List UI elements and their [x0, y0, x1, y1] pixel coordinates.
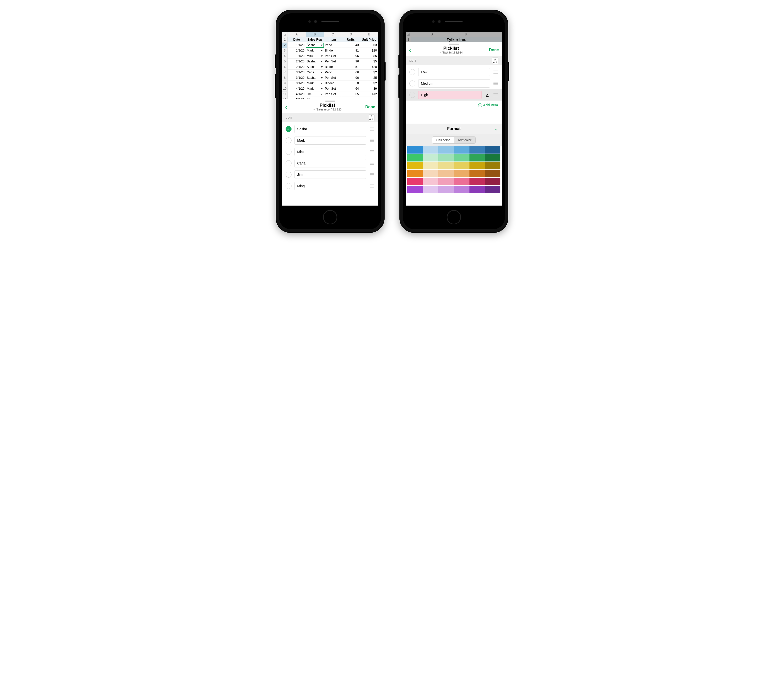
- drag-grip-icon[interactable]: [369, 185, 375, 188]
- back-button[interactable]: ‹: [409, 46, 416, 54]
- item-input[interactable]: Medium: [418, 79, 490, 88]
- column-header[interactable]: A: [288, 32, 306, 37]
- cell-dropdown[interactable]: Mark: [306, 48, 324, 53]
- back-button[interactable]: ‹: [285, 103, 293, 111]
- row-header[interactable]: 5: [282, 59, 288, 64]
- cell[interactable]: 96: [342, 53, 360, 59]
- color-swatch[interactable]: [438, 170, 454, 177]
- cell[interactable]: 64: [342, 86, 360, 91]
- row-header[interactable]: 9: [282, 81, 288, 86]
- cell[interactable]: 2/1/20: [288, 59, 306, 64]
- item-input[interactable]: Carla: [295, 159, 366, 167]
- panel-range[interactable]: 'Task list'.B3:B14: [416, 51, 486, 54]
- item-input[interactable]: Low: [418, 68, 490, 76]
- color-swatch[interactable]: [485, 170, 501, 177]
- color-swatch[interactable]: [423, 178, 438, 185]
- drag-grip-icon[interactable]: [369, 162, 375, 165]
- cell-dropdown[interactable]: Sasha: [306, 43, 324, 48]
- color-swatch[interactable]: [438, 146, 454, 154]
- done-button[interactable]: Done: [486, 48, 499, 52]
- cell[interactable]: Pencil: [324, 43, 342, 48]
- cell[interactable]: $5: [360, 75, 378, 81]
- cell-dropdown[interactable]: Sasha: [306, 64, 324, 69]
- seg-text-color[interactable]: Text color: [454, 137, 475, 144]
- column-header[interactable]: D: [342, 32, 360, 37]
- radio-button[interactable]: [409, 92, 415, 98]
- cell[interactable]: Binder: [324, 64, 342, 69]
- radio-button[interactable]: ✓: [286, 126, 292, 132]
- item-input[interactable]: Mick: [295, 148, 366, 156]
- column-header[interactable]: E: [360, 32, 378, 37]
- item-input[interactable]: High: [418, 91, 482, 99]
- color-swatch[interactable]: [423, 162, 438, 169]
- item-input[interactable]: Jim: [295, 170, 366, 179]
- color-swatch[interactable]: [469, 154, 485, 162]
- row-header[interactable]: 4: [282, 53, 288, 59]
- sort-button[interactable]: AZ ↓: [492, 58, 498, 64]
- cell-dropdown[interactable]: Sasha: [306, 75, 324, 81]
- color-swatch[interactable]: [454, 146, 469, 154]
- cell[interactable]: 2/1/20: [288, 64, 306, 69]
- color-swatch[interactable]: [407, 146, 423, 154]
- cell[interactable]: Pen Set: [324, 59, 342, 64]
- color-swatch[interactable]: [485, 186, 501, 193]
- add-item-button[interactable]: +Add Item: [406, 101, 502, 111]
- row-header[interactable]: 6: [282, 64, 288, 70]
- color-swatch[interactable]: [438, 162, 454, 169]
- drag-grip-icon[interactable]: [369, 150, 375, 153]
- color-swatch[interactable]: [469, 186, 485, 193]
- cell[interactable]: $5: [360, 59, 378, 64]
- radio-button[interactable]: [286, 183, 292, 189]
- color-swatch[interactable]: [454, 186, 469, 193]
- row-header[interactable]: 2: [282, 43, 288, 48]
- color-swatch[interactable]: [438, 154, 454, 162]
- header-cell[interactable]: Item: [324, 37, 342, 42]
- cell-dropdown[interactable]: Mark: [306, 86, 324, 91]
- color-swatch[interactable]: [485, 162, 501, 169]
- color-swatch[interactable]: [407, 162, 423, 169]
- radio-button[interactable]: [409, 81, 415, 86]
- cell[interactable]: 4/1/20: [288, 86, 306, 91]
- cell[interactable]: Binder: [324, 48, 342, 53]
- cell[interactable]: 1/1/20: [288, 53, 306, 59]
- color-swatch[interactable]: [438, 178, 454, 185]
- radio-button[interactable]: [409, 69, 415, 75]
- home-button[interactable]: [323, 210, 337, 225]
- cell[interactable]: 0: [342, 81, 360, 86]
- home-button[interactable]: [447, 210, 461, 225]
- cell[interactable]: Pen Set: [324, 53, 342, 59]
- format-header[interactable]: Format ⌄: [406, 124, 502, 134]
- cell[interactable]: $2: [360, 81, 378, 86]
- header-cell[interactable]: Units: [342, 37, 360, 42]
- color-swatch[interactable]: [454, 162, 469, 169]
- cell[interactable]: 96: [342, 59, 360, 64]
- text-format-icon[interactable]: A: [484, 93, 490, 97]
- drag-grip-icon[interactable]: [369, 127, 375, 130]
- color-swatch[interactable]: [454, 170, 469, 177]
- drag-grip-icon[interactable]: [369, 173, 375, 176]
- cell[interactable]: $2: [360, 70, 378, 75]
- drag-grip-icon[interactable]: [493, 93, 498, 96]
- cell[interactable]: $5: [360, 53, 378, 59]
- cell[interactable]: $20: [360, 48, 378, 53]
- row-header[interactable]: 3: [282, 48, 288, 53]
- column-header[interactable]: C: [324, 32, 342, 37]
- color-swatch[interactable]: [469, 178, 485, 185]
- header-cell[interactable]: Unit Price: [360, 37, 378, 42]
- cell-dropdown[interactable]: Jim: [306, 92, 324, 97]
- color-swatch[interactable]: [423, 154, 438, 162]
- cell[interactable]: 96: [342, 75, 360, 81]
- select-all-cell[interactable]: ◢: [282, 32, 288, 37]
- item-input[interactable]: Mark: [295, 136, 366, 145]
- cell[interactable]: Binder: [324, 81, 342, 86]
- cell-dropdown[interactable]: Carla: [306, 70, 324, 75]
- item-input[interactable]: Sasha: [295, 125, 366, 133]
- done-button[interactable]: Done: [362, 105, 375, 109]
- cell[interactable]: 66: [342, 70, 360, 75]
- sort-button[interactable]: AZ ↓: [368, 114, 375, 121]
- cell[interactable]: $12: [360, 92, 378, 97]
- cell-dropdown[interactable]: Mick: [306, 53, 324, 59]
- drag-grip-icon[interactable]: [369, 139, 375, 142]
- drag-grip-icon[interactable]: [493, 71, 498, 74]
- header-cell[interactable]: Sales Rep: [306, 37, 324, 42]
